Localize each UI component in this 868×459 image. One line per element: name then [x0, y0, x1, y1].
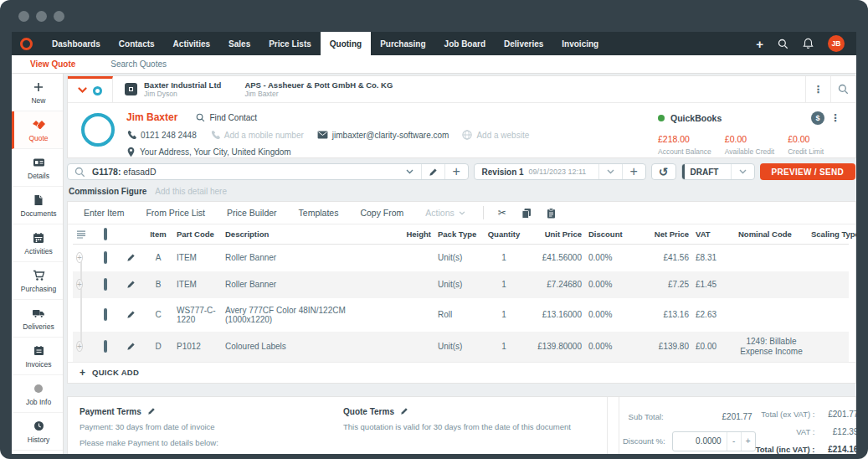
row-menu-icon[interactable] [76, 230, 97, 239]
sidebar-item-deliveries[interactable]: Deliveries [12, 300, 63, 338]
cut-icon[interactable]: ✂ [490, 207, 514, 219]
window-zoom-button[interactable] [54, 11, 64, 22]
subnav-search-quotes[interactable]: Search Quotes [110, 59, 167, 69]
search-icon[interactable] [778, 39, 788, 49]
contact-name[interactable]: Jim Baxter [126, 111, 177, 123]
nav-item-job-board[interactable]: Job Board [435, 32, 495, 55]
subnav-view-quote[interactable]: View Quote [30, 59, 75, 69]
nav-item-deliveries[interactable]: Deliveries [495, 32, 552, 55]
col-scaling-type[interactable]: Scaling Type [808, 224, 849, 245]
chevron-down-icon[interactable] [406, 169, 413, 174]
templates-button[interactable]: Templates [288, 208, 350, 218]
col-part-code[interactable]: Part Code [173, 224, 222, 245]
card-menu-button[interactable]: ⋮ [805, 76, 830, 102]
col-item[interactable]: Item [143, 224, 173, 245]
contact-avatar[interactable] [81, 113, 115, 147]
sidebar-item-purchasing[interactable]: Purchasing [12, 262, 63, 300]
user-avatar[interactable]: JB [828, 35, 845, 52]
window-minimize-button[interactable] [36, 11, 47, 22]
find-contact-button[interactable]: Find Contact [196, 113, 257, 122]
col-quantity[interactable]: Quantity [480, 224, 527, 245]
contact-tab-active[interactable] [68, 76, 113, 102]
company-tab-aps[interactable]: APS - Assheuer & Pott GmbH & Co. KG Jim … [233, 76, 404, 102]
collapse-totals-button[interactable]: ← [607, 397, 619, 455]
edit-icon[interactable] [147, 407, 156, 415]
sidebar-item-activities[interactable]: Activities [12, 224, 63, 262]
edit-quote-button[interactable] [421, 164, 444, 179]
nav-item-purchasing[interactable]: Purchasing [371, 32, 434, 55]
row-checkbox[interactable] [104, 340, 107, 353]
price-builder-button[interactable]: Price Builder [216, 208, 288, 218]
quote-search-box[interactable]: G1178: efasadD + [67, 163, 469, 180]
kebab-icon[interactable]: ⋮ [830, 112, 840, 124]
nav-item-activities[interactable]: Activities [164, 32, 219, 55]
email-address[interactable]: jimbaxter@clarity-software.com [317, 131, 449, 140]
edit-row-icon[interactable] [126, 310, 140, 319]
edit-icon[interactable] [400, 407, 408, 415]
status-dropdown[interactable]: DRAFT [681, 163, 755, 180]
copy-icon[interactable] [514, 208, 539, 219]
revision-selector[interactable]: Revision 1 09/11/2023 12:11 + [474, 163, 646, 180]
add-mobile-field[interactable]: Add a mobile number [210, 130, 304, 140]
discount-decrement-button[interactable]: - [727, 432, 741, 451]
sidebar-item-job-info[interactable]: Job Info [12, 375, 63, 413]
sidebar-item-invoices[interactable]: Invoices [12, 338, 63, 375]
discount-increment-button[interactable]: + [741, 432, 755, 451]
contact-address[interactable]: Your Address, Your City, United Kingdom [126, 147, 291, 157]
col-pack-type[interactable]: Pack Type [434, 224, 480, 245]
select-all-checkbox[interactable] [104, 228, 107, 240]
app-logo[interactable] [12, 32, 43, 55]
row-checkbox[interactable] [104, 308, 107, 321]
enter-item-button[interactable]: Enter Item [73, 208, 135, 218]
commission-input[interactable]: Add this detail here [155, 187, 227, 196]
discount-input[interactable]: 0.0000 [673, 432, 727, 451]
edit-row-icon[interactable] [126, 253, 140, 262]
edit-row-icon[interactable] [126, 280, 140, 289]
add-website-field[interactable]: Add a website [462, 130, 529, 140]
expand-row-icon[interactable]: + [76, 279, 83, 290]
col-unit-price[interactable]: Unit Price [527, 224, 585, 245]
col-vat[interactable]: VAT [692, 224, 735, 245]
bell-icon[interactable] [803, 38, 814, 49]
col-height[interactable]: Height [398, 224, 434, 245]
preview-send-button[interactable]: PREVIEW / SEND [760, 163, 855, 180]
copy-from-button[interactable]: Copy From [349, 208, 414, 218]
window-close-button[interactable] [18, 11, 29, 22]
actions-dropdown[interactable]: Actions [414, 208, 475, 218]
row-checkbox[interactable] [104, 251, 107, 264]
add-icon[interactable]: + [756, 38, 763, 50]
card-search-button[interactable] [830, 76, 855, 102]
row-checkbox[interactable] [104, 278, 107, 291]
paste-icon[interactable] [539, 208, 563, 219]
item-row-b[interactable]: + B ITEM Roller Banner Unit(s) 1 £7. [73, 271, 849, 298]
quick-add-button[interactable]: + QUICK ADD [68, 362, 855, 383]
company-tab-baxter[interactable]: Baxter Industrial Ltd Jim Dyson [113, 76, 233, 102]
sidebar-item-documents[interactable]: Documents [12, 187, 63, 224]
sidebar-item-quote[interactable]: Quote [12, 111, 63, 149]
nav-item-dashboards[interactable]: Dashboards [43, 32, 110, 55]
item-row-c[interactable]: C WS777-C-1220 Avery 777CF Color 48IN/12… [73, 298, 849, 332]
sidebar-item-details[interactable]: Details [12, 149, 63, 187]
nav-item-contacts[interactable]: Contacts [110, 32, 164, 55]
edit-row-icon[interactable] [126, 342, 140, 351]
expand-row-icon[interactable]: + [76, 341, 83, 352]
dollar-icon[interactable]: $ [811, 111, 824, 125]
add-quote-button[interactable]: + [444, 164, 468, 179]
item-row-d[interactable]: + D P1012 Coloured Labels Unit(s) 1 [73, 332, 849, 362]
nav-item-invoicing[interactable]: Invoicing [552, 32, 608, 55]
expand-row-icon[interactable]: + [76, 252, 83, 263]
col-nominal-code[interactable]: Nominal Code [735, 224, 808, 245]
chevron-down-icon[interactable] [598, 164, 622, 179]
col-net-price[interactable]: Net Price [629, 224, 692, 245]
nav-item-sales[interactable]: Sales [219, 32, 259, 55]
item-row-a[interactable]: + A ITEM Roller Banner Unit(s) 1 £41 [73, 245, 849, 271]
phone-number[interactable]: 0121 248 2448 [126, 130, 197, 140]
nav-item-price-lists[interactable]: Price Lists [259, 32, 321, 55]
from-price-list-button[interactable]: From Price List [135, 208, 216, 218]
add-revision-button[interactable]: + [622, 164, 645, 179]
col-description[interactable]: Description [222, 224, 398, 245]
sidebar-item-history[interactable]: History [12, 413, 63, 451]
col-discount[interactable]: Discount [585, 224, 629, 245]
undo-button[interactable]: ↺ [651, 163, 676, 180]
chevron-down-icon[interactable] [731, 164, 754, 179]
